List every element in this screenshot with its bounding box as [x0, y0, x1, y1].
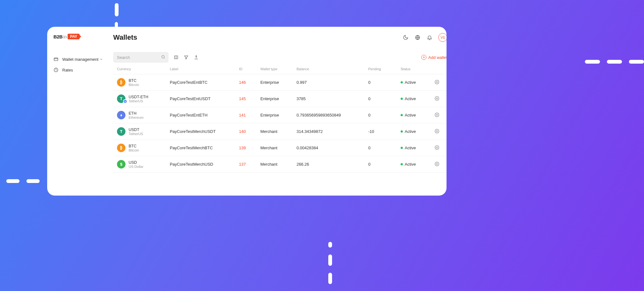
- wallet-type: Merchant: [260, 146, 297, 150]
- logo: B2B in PAY: [53, 34, 108, 39]
- wallet-type: Merchant: [260, 129, 297, 134]
- row-settings-button[interactable]: [435, 129, 447, 134]
- svg-point-7: [436, 114, 438, 115]
- upload-icon[interactable]: [194, 55, 199, 60]
- col-pending: Pending: [368, 67, 401, 71]
- plus-icon: +: [421, 55, 426, 60]
- bg-deco: [585, 60, 644, 64]
- coin-symbol: ETH: [129, 111, 144, 116]
- svg-point-9: [436, 147, 438, 148]
- wallet-pending: 0: [368, 146, 401, 150]
- globe-icon[interactable]: [414, 34, 421, 41]
- wallet-pending: -10: [368, 129, 401, 134]
- status-dot-icon: [401, 163, 403, 165]
- moon-icon[interactable]: [402, 34, 409, 41]
- status-dot-icon: [401, 98, 403, 100]
- wallet-id: 140: [239, 129, 260, 134]
- wallet-balance: 0.00428384: [297, 146, 368, 150]
- status-dot-icon: [401, 81, 403, 83]
- sidebar-item-label: Rates: [62, 68, 73, 72]
- coin-name: Ethereum: [129, 116, 144, 119]
- table-row[interactable]: ₿ BTC Bitcoin PayCoreTestMerchBTC 139 Me…: [113, 140, 447, 156]
- search-input[interactable]: [113, 52, 169, 63]
- sidebar: B2B in PAY Wallet management Rates: [47, 27, 108, 196]
- search-wrap: [113, 52, 169, 63]
- wallet-balance: 314.34349872: [297, 129, 368, 134]
- row-settings-button[interactable]: [435, 112, 447, 118]
- table-row[interactable]: T♦ USDT-ETH TetherUS PayCoreTestEntUSDT …: [113, 91, 447, 107]
- col-wallet-type: Wallet type: [260, 67, 297, 71]
- table-row[interactable]: ♦ ETH Ethereum PayCoreTestEntETH 141 Ent…: [113, 107, 447, 123]
- row-settings-button[interactable]: [435, 80, 447, 85]
- wallet-label: PayCoreTestMerchUSD: [170, 162, 239, 167]
- sidebar-item-rates[interactable]: Rates: [53, 65, 108, 75]
- col-id: ID: [239, 67, 260, 71]
- wallet-id: 141: [239, 113, 260, 117]
- coin-name: TetherUS: [129, 132, 143, 136]
- avatar[interactable]: VS: [438, 33, 447, 42]
- row-settings-button[interactable]: [435, 96, 447, 102]
- coin-name: Bitcoin: [129, 148, 139, 152]
- wallet-type: Merchant: [260, 162, 297, 167]
- wallet-pending: 0: [368, 96, 401, 101]
- col-balance: Balance: [297, 67, 368, 71]
- sidebar-item-label: Wallet management: [62, 57, 98, 62]
- table-row[interactable]: T USDT TetherUS PayCoreTestMerchUSDT 140…: [113, 123, 447, 140]
- wallet-type: Enterprise: [260, 80, 297, 85]
- coin-icon: T: [117, 127, 125, 136]
- wallet-type: Enterprise: [260, 113, 297, 117]
- clock-icon: [53, 67, 58, 72]
- wallet-id: 137: [239, 162, 260, 167]
- row-settings-button[interactable]: [435, 162, 447, 167]
- wallet-status: Active: [401, 162, 435, 167]
- table-header: Currency Label ID Wallet type Balance Pe…: [113, 67, 447, 74]
- columns-icon[interactable]: [174, 55, 179, 60]
- table-row[interactable]: ₿ BTC Bitcoin PayCoreTestEntBTC 146 Ente…: [113, 74, 447, 91]
- coin-icon: $: [117, 160, 125, 168]
- currency-cell: ♦ ETH Ethereum: [117, 111, 170, 119]
- toolbar-left: [113, 52, 199, 63]
- svg-point-10: [436, 163, 438, 164]
- header-row: Wallets VS: [113, 33, 447, 42]
- table-body: ₿ BTC Bitcoin PayCoreTestEntBTC 146 Ente…: [113, 74, 447, 173]
- wallet-pending: 0: [368, 162, 401, 167]
- add-wallet-button[interactable]: + Add wallet: [421, 55, 447, 60]
- wallet-id: 139: [239, 146, 260, 150]
- currency-cell: ₿ BTC Bitcoin: [117, 78, 170, 87]
- svg-point-6: [436, 98, 438, 99]
- wallet-pending: 0: [368, 113, 401, 117]
- coin-symbol: BTC: [129, 144, 139, 148]
- wallet-status: Active: [401, 96, 435, 101]
- wallet-status: Active: [401, 80, 435, 85]
- search-icon: [161, 55, 165, 59]
- table-row[interactable]: $ USD US Dollar PayCoreTestMerchUSD 137 …: [113, 156, 447, 173]
- status-dot-icon: [401, 130, 403, 133]
- status-dot-icon: [401, 147, 403, 149]
- coin-icon: ₿: [117, 78, 125, 87]
- filter-icon[interactable]: [184, 55, 189, 60]
- wallet-balance: 0.997: [297, 80, 368, 85]
- bg-deco: [6, 179, 40, 183]
- wallet-icon: [53, 57, 58, 62]
- col-status: Status: [401, 67, 435, 71]
- svg-point-5: [436, 81, 438, 83]
- wallet-label: PayCoreTestEntUSDT: [170, 96, 239, 101]
- status-dot-icon: [401, 114, 403, 116]
- wallet-pending: 0: [368, 80, 401, 85]
- svg-point-3: [162, 55, 164, 58]
- sidebar-item-wallet-management[interactable]: Wallet management: [53, 54, 108, 65]
- add-wallet-label: Add wallet: [428, 55, 447, 60]
- coin-symbol: USDT-ETH: [129, 95, 148, 99]
- coin-badge-icon: ♦: [123, 99, 127, 104]
- wallet-label: PayCoreTestMerchBTC: [170, 146, 239, 150]
- wallet-balance: 0.793656959893650849: [297, 113, 368, 117]
- row-settings-button[interactable]: [435, 145, 447, 151]
- coin-icon: T♦: [117, 94, 125, 103]
- bg-deco: [115, 3, 119, 16]
- logo-in: in: [63, 34, 67, 39]
- coin-icon: ♦: [117, 111, 125, 119]
- wallet-balance: 3785: [297, 96, 368, 101]
- logo-b2b: B2B: [53, 34, 63, 39]
- logo-pay: PAY: [68, 34, 80, 39]
- bell-icon[interactable]: [426, 34, 433, 41]
